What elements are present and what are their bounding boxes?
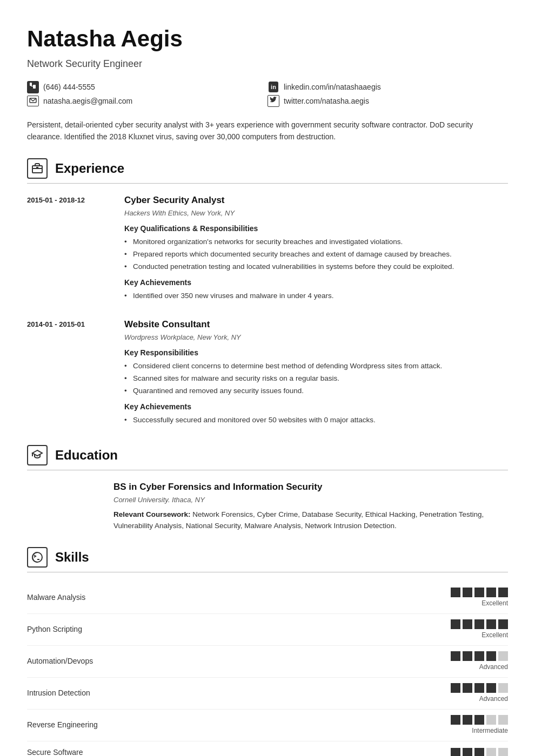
skill-name: Automation/Devops (27, 656, 113, 667)
education-title: Education (55, 446, 118, 465)
skill-dots (451, 683, 508, 693)
skill-row: Reverse EngineeringIntermediate (27, 710, 508, 741)
filled-dot (451, 619, 460, 629)
filled-dot (486, 588, 496, 597)
skill-row: Intrusion DetectionAdvanced (27, 678, 508, 710)
svg-rect-1 (33, 85, 36, 89)
skills-entries: Malware AnalysisExcellentPython Scriptin… (27, 582, 508, 756)
contact-section: (646) 444-5555 in linkedin.com/in/natash… (27, 81, 508, 107)
svg-rect-0 (30, 83, 32, 86)
skill-right: Excellent (451, 588, 508, 608)
email-value: natasha.aegis@gmail.com (43, 96, 132, 107)
edu-school: Cornell University. Ithaca, NY (113, 495, 508, 505)
empty-dot (486, 715, 496, 725)
skill-name: Reverse Engineering (27, 719, 113, 731)
empty-dot (498, 651, 508, 661)
filled-dot (451, 715, 460, 725)
education-section: Education BS in Cyber Forensics and Info… (27, 445, 508, 532)
exp-subsection-title: Key Qualifications & Responsibilities (124, 223, 508, 234)
skill-level: Intermediate (472, 726, 508, 735)
experience-section: Experience 2015-01 - 2018-12Cyber Securi… (27, 158, 508, 430)
education-entries: BS in Cyber Forensics and Information Se… (27, 480, 508, 532)
edu-degree: BS in Cyber Forensics and Information Se… (113, 480, 508, 494)
skill-right: Advanced (451, 651, 508, 672)
skill-level: Excellent (482, 630, 508, 640)
experience-entry: 2015-01 - 2018-12Cyber Security AnalystH… (27, 193, 508, 306)
bullet-item: Monitored organization's networks for se… (124, 237, 508, 247)
skill-level: Excellent (482, 598, 508, 608)
filled-dot (463, 715, 472, 725)
filled-dot (498, 619, 508, 629)
bullet-item: Prepared reports which documented securi… (124, 249, 508, 260)
filled-dot (451, 651, 460, 661)
filled-dot (451, 748, 460, 756)
filled-dot (451, 588, 460, 597)
twitter-contact: twitter.com/natasha.aegis (268, 95, 508, 107)
exp-company: Wordpress Workplace, New York, NY (124, 332, 508, 343)
experience-title: Experience (55, 159, 124, 178)
education-entry: BS in Cyber Forensics and Information Se… (27, 480, 508, 532)
skill-row: Automation/DevopsAdvanced (27, 646, 508, 678)
skill-name: Intrusion Detection (27, 687, 113, 699)
education-icon (27, 445, 48, 465)
filled-dot (451, 683, 460, 693)
skill-dots (451, 748, 508, 756)
skills-icon (27, 547, 48, 568)
phone-value: (646) 444-5555 (43, 82, 95, 93)
skill-dots (451, 651, 508, 661)
bullet-item: Successfully secured and monitored over … (124, 415, 508, 426)
filled-dot (474, 748, 484, 756)
exp-dates: 2014-01 - 2015-01 (27, 318, 113, 430)
filled-dot (474, 651, 484, 661)
candidate-title: Network Security Engineer (27, 57, 508, 71)
exp-subsection-title: Key Achievements (124, 277, 508, 288)
twitter-icon (268, 95, 279, 107)
exp-right: Website ConsultantWordpress Workplace, N… (124, 318, 508, 430)
skill-right: Advanced (451, 683, 508, 704)
skill-row: Python ScriptingExcellent (27, 614, 508, 646)
filled-dot (486, 619, 496, 629)
email-icon (27, 95, 39, 107)
skill-right: Excellent (451, 619, 508, 640)
experience-entry: 2014-01 - 2015-01Website ConsultantWordp… (27, 318, 508, 430)
exp-dates: 2015-01 - 2018-12 (27, 193, 113, 306)
phone-icon (27, 81, 39, 93)
skill-right: Intermediate (451, 748, 508, 756)
filled-dot (486, 683, 496, 693)
skill-right: Intermediate (451, 715, 508, 735)
bullet-item: Identified over 350 new viruses and malw… (124, 291, 508, 301)
exp-company: Hackers With Ethics, New York, NY (124, 208, 508, 219)
linkedin-contact: in linkedin.com/in/natashaaegis (268, 81, 508, 93)
filled-dot (498, 588, 508, 597)
skill-row: Secure Software DevelopmentIntermediate (27, 741, 508, 756)
svg-rect-2 (31, 86, 34, 86)
svg-rect-4 (32, 166, 42, 173)
skill-row: Malware AnalysisExcellent (27, 582, 508, 614)
bullet-item: Scanned sites for malware and security r… (124, 373, 508, 384)
empty-dot (486, 748, 496, 756)
filled-dot (463, 651, 472, 661)
exp-subsection-title: Key Achievements (124, 401, 508, 413)
exp-job-title: Cyber Security Analyst (124, 193, 508, 207)
skill-dots (451, 588, 508, 597)
exp-right: Cyber Security AnalystHackers With Ethic… (124, 193, 508, 306)
skills-header: Skills (27, 547, 508, 572)
exp-bullets: Identified over 350 new viruses and malw… (124, 291, 508, 301)
skills-section: Skills Malware AnalysisExcellentPython S… (27, 547, 508, 756)
filled-dot (463, 683, 472, 693)
exp-bullets: Monitored organization's networks for se… (124, 237, 508, 273)
filled-dot (474, 588, 484, 597)
edu-coursework: Relevant Coursework: Network Forensics, … (113, 509, 508, 532)
experience-entries: 2015-01 - 2018-12Cyber Security AnalystH… (27, 193, 508, 430)
candidate-name: Natasha Aegis (27, 22, 508, 56)
experience-header: Experience (27, 158, 508, 184)
bullet-item: Conducted penetration testing and locate… (124, 261, 508, 272)
linkedin-value: linkedin.com/in/natashaaegis (284, 82, 381, 93)
skill-level: Advanced (479, 662, 508, 672)
linkedin-icon: in (268, 81, 279, 93)
skill-dots (451, 619, 508, 629)
skill-name: Python Scripting (27, 624, 113, 635)
summary-text: Persistent, detail-oriented cyber securi… (27, 119, 508, 143)
skills-title: Skills (55, 548, 89, 567)
filled-dot (474, 715, 484, 725)
